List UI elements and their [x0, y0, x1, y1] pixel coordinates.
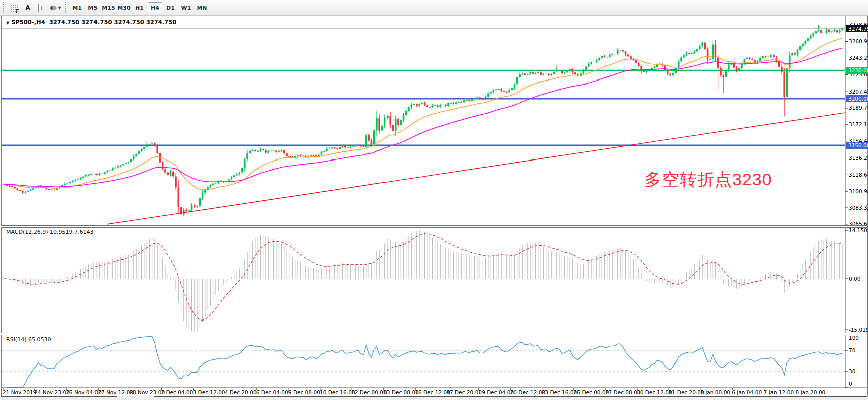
rsi-scale-label: 70: [849, 347, 855, 353]
time-axis-label: 9 Dec 08:00: [288, 389, 320, 395]
candle-body: [9, 186, 11, 187]
candle-body: [606, 57, 608, 57]
candle-body: [468, 100, 470, 101]
candle-body: [765, 56, 767, 57]
candle-body: [122, 164, 124, 166]
candle-body: [349, 147, 351, 147]
candle-body: [696, 49, 698, 51]
candle-body: [188, 210, 190, 212]
candle-body: [503, 91, 505, 92]
candle-body: [297, 155, 299, 156]
candle-body: [704, 43, 706, 50]
candle-body: [810, 36, 812, 38]
price-axis-label: 3083.330: [849, 205, 868, 211]
price-level-box-3150.000: 3150.000: [846, 142, 868, 149]
candle-body: [204, 190, 206, 193]
candle-body: [614, 54, 616, 54]
candle-body: [519, 74, 521, 77]
candle-body: [257, 151, 259, 152]
candle-body: [699, 46, 701, 49]
candle-body: [328, 149, 330, 149]
candle-body: [360, 145, 362, 147]
candle-body: [202, 193, 204, 198]
candle-body: [826, 30, 828, 33]
candle-body: [411, 104, 413, 107]
candle-body: [141, 149, 143, 151]
candle-body: [654, 67, 656, 68]
time-axis-label: 17 Dec 20:00: [446, 389, 482, 395]
candle-body: [839, 30, 841, 33]
candle-body: [490, 92, 492, 93]
fast-ma-orange[interactable]: [4, 38, 842, 190]
time-axis-label: 3 Dec 12:00: [193, 389, 225, 395]
candle-body: [326, 149, 328, 151]
chart-text-annotation: 多空转折点3230: [644, 168, 773, 191]
candle-body: [69, 182, 71, 184]
pane-splitter-rsi[interactable]: [1, 333, 867, 335]
candle-body: [162, 163, 164, 169]
candle-body: [342, 146, 344, 147]
candle-body: [392, 125, 394, 131]
main-price-pane[interactable]: [2, 25, 845, 224]
candle-body: [635, 60, 637, 63]
time-axis-label: 4 Dec 20:00: [225, 389, 257, 395]
time-axis-label: 31 Dec 20:00: [668, 389, 704, 395]
candle-body: [302, 156, 304, 156]
candle-body: [619, 50, 621, 50]
price-axis-label: 3243.295: [849, 55, 868, 61]
candle-body: [550, 74, 552, 75]
rsi-scale-label: 30: [849, 368, 855, 374]
candle-body: [117, 166, 119, 168]
macd-pane[interactable]: [4, 230, 842, 332]
chart-tab-strip[interactable]: [0, 396, 868, 400]
candle-body: [611, 54, 613, 55]
mt4-application-window: F A T ▼ M1M5M15M30H1H4D1W1MN ▼SP500-,H4 …: [0, 0, 868, 400]
candle-body: [604, 56, 606, 57]
candle-body: [24, 192, 26, 193]
price-axis-label: 3189.795: [849, 105, 868, 111]
candle-body: [273, 150, 275, 151]
candle-body: [376, 118, 378, 130]
candle-body: [133, 156, 135, 159]
candle-body: [270, 151, 272, 151]
time-axis-label: 16 Dec 12:00: [415, 389, 450, 395]
candle-body: [371, 141, 373, 144]
candle-body: [453, 103, 455, 104]
candle-body: [807, 38, 809, 41]
candle-body: [680, 57, 682, 61]
candle-body: [66, 183, 68, 184]
candle-body: [598, 58, 600, 60]
candle-body: [172, 172, 174, 177]
candle-body: [130, 159, 132, 162]
candle-body: [336, 148, 338, 149]
candle-body: [601, 56, 603, 58]
candle-body: [11, 186, 13, 187]
candle-body: [722, 75, 724, 77]
candle-body: [686, 53, 688, 55]
candle-body: [432, 105, 434, 107]
candle-body: [30, 190, 32, 191]
candle-body: [749, 58, 751, 59]
candle-body: [828, 30, 830, 32]
time-axis-label: 10 Dec 16:00: [320, 389, 355, 395]
candle-body: [365, 135, 367, 147]
candle-body: [466, 100, 468, 101]
candle-body: [355, 145, 357, 146]
candle-body: [106, 171, 108, 173]
pane-splitter-macd[interactable]: [1, 225, 867, 228]
candle-body: [405, 111, 407, 115]
candle-body: [646, 71, 648, 72]
candle-body: [500, 89, 502, 91]
candle-body: [537, 72, 539, 73]
candle-body: [191, 205, 193, 210]
candle-body: [228, 179, 230, 181]
candle-body: [759, 58, 761, 61]
candle-body: [286, 153, 288, 156]
candle-body: [831, 31, 833, 32]
rsi-pane[interactable]: [2, 337, 845, 388]
price-chart-canvas[interactable]: [0, 0, 868, 400]
candle-body: [82, 177, 84, 178]
candle-body: [823, 33, 825, 33]
candle-body: [691, 53, 693, 54]
candle-body: [27, 191, 29, 192]
